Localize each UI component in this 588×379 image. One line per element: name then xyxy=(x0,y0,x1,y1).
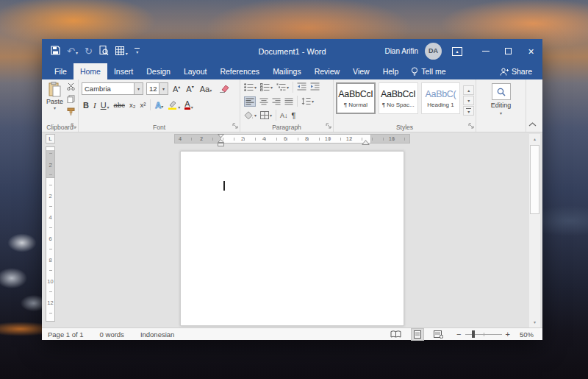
style-heading-1[interactable]: AaBbC( Heading 1 xyxy=(421,82,461,114)
customize-qat-button[interactable]: ▾ xyxy=(135,48,140,54)
print-preview-icon[interactable] xyxy=(99,46,109,57)
styles-dialog-launcher[interactable] xyxy=(468,121,474,130)
tab-stop-selector[interactable]: L xyxy=(46,134,55,144)
vertical-scrollbar[interactable]: ▴ ▾ xyxy=(529,134,540,327)
tab-help[interactable]: Help xyxy=(376,63,406,79)
format-painter-button[interactable] xyxy=(67,107,75,117)
avatar[interactable]: DA xyxy=(425,43,442,60)
right-indent-marker[interactable] xyxy=(362,138,370,147)
scrollbar-thumb[interactable] xyxy=(530,145,539,214)
cut-button[interactable] xyxy=(67,82,75,92)
ribbon-display-options-button[interactable]: ▴ xyxy=(452,47,462,56)
line-spacing-caret-icon: ▾ xyxy=(312,99,314,104)
show-hide-marks-button[interactable]: ¶ xyxy=(292,111,296,120)
tell-me-box[interactable]: Tell me xyxy=(405,63,451,79)
strikethrough-button[interactable]: abc xyxy=(114,101,125,109)
font-size-combo[interactable]: 12▾ xyxy=(146,82,168,95)
zoom-out-button[interactable]: − xyxy=(456,330,461,339)
vertical-ruler[interactable]: 2 2 4 6 8 10 12 xyxy=(46,146,55,322)
style-no-spacing[interactable]: AaBbCcI ¶ No Spac... xyxy=(379,82,418,114)
redo-icon[interactable]: ↻ xyxy=(85,46,93,56)
table-tool-button[interactable]: ▾ xyxy=(115,46,128,57)
shrink-font-button[interactable]: A▾ xyxy=(184,85,195,93)
align-right-button[interactable] xyxy=(272,98,281,105)
zoom-slider[interactable] xyxy=(465,334,502,335)
styles-scroll-up-button[interactable]: ▴ xyxy=(463,85,474,95)
scroll-up-button[interactable]: ▴ xyxy=(529,135,540,144)
font-color-button[interactable]: A▾ xyxy=(184,100,193,110)
change-case-button[interactable]: Aa▾ xyxy=(198,85,213,93)
word-count[interactable]: 0 words xyxy=(100,330,124,339)
numbering-button[interactable]: ▾ xyxy=(260,83,273,91)
bullets-button[interactable]: ▾ xyxy=(244,83,257,91)
increase-indent-button[interactable] xyxy=(310,82,320,92)
tab-home[interactable]: Home xyxy=(74,63,107,79)
scroll-down-button[interactable]: ▾ xyxy=(529,318,540,327)
maximize-button[interactable] xyxy=(497,39,520,63)
editing-caret-icon[interactable]: ▾ xyxy=(500,110,502,116)
title-bar-right: Dian Arifin DA ▴ × xyxy=(384,39,542,63)
ruler-number: 2 xyxy=(200,135,203,142)
font-dialog-launcher[interactable] xyxy=(232,121,238,130)
tab-view[interactable]: View xyxy=(346,63,376,79)
document-area[interactable]: 2 2 4 6 8 10 12 xyxy=(42,146,542,327)
borders-button[interactable]: ▾ xyxy=(260,111,272,119)
justify-button[interactable] xyxy=(284,98,293,105)
align-center-button[interactable] xyxy=(259,98,268,105)
font-name-combo[interactable]: Cambria▾ xyxy=(82,82,143,95)
share-button[interactable]: Share xyxy=(500,63,542,79)
underline-button[interactable]: U▾ xyxy=(101,101,110,110)
horizontal-ruler[interactable]: 4 2 2 4 6 8 10 12 16 xyxy=(174,134,410,144)
divider xyxy=(276,110,276,121)
style-normal[interactable]: AaBbCcI ¶ Normal xyxy=(336,82,376,114)
web-layout-button[interactable] xyxy=(434,330,443,339)
tab-insert[interactable]: Insert xyxy=(107,63,140,79)
print-layout-button[interactable] xyxy=(411,328,424,341)
indent-markers[interactable] xyxy=(217,134,225,150)
tab-references[interactable]: References xyxy=(213,63,266,79)
align-left-button[interactable] xyxy=(244,96,256,107)
paragraph-dialog-launcher[interactable] xyxy=(326,121,331,130)
clear-formatting-button[interactable] xyxy=(219,84,229,94)
document-page[interactable] xyxy=(180,151,404,326)
shading-button[interactable]: ▾ xyxy=(244,111,257,119)
bold-button[interactable]: B xyxy=(83,101,89,110)
user-name[interactable]: Dian Arifin xyxy=(384,47,418,55)
zoom-in-button[interactable]: + xyxy=(506,330,510,339)
superscript-button[interactable]: x² xyxy=(140,101,146,109)
text-effects-button[interactable]: A▾ xyxy=(155,101,163,110)
read-mode-button[interactable] xyxy=(390,330,401,338)
page-count[interactable]: Page 1 of 1 xyxy=(48,330,84,339)
italic-button[interactable]: I xyxy=(93,101,96,110)
collapse-ribbon-button[interactable] xyxy=(528,119,537,128)
save-icon[interactable] xyxy=(51,46,60,57)
minimize-button[interactable] xyxy=(474,39,497,63)
styles-more-button[interactable]: ▾ xyxy=(463,106,474,116)
numbering-caret-icon: ▾ xyxy=(270,85,273,90)
find-button[interactable] xyxy=(492,83,511,100)
tab-design[interactable]: Design xyxy=(140,63,177,79)
zoom-slider-handle[interactable] xyxy=(472,330,475,338)
language-indicator[interactable]: Indonesian xyxy=(140,330,174,339)
grow-font-button[interactable]: A▴ xyxy=(171,85,182,93)
font-name-caret-icon: ▾ xyxy=(134,83,143,94)
decrease-indent-button[interactable] xyxy=(297,82,306,92)
tab-mailings[interactable]: Mailings xyxy=(266,63,308,79)
subscript-button[interactable]: x₂ xyxy=(129,101,135,109)
clipboard-dialog-launcher[interactable] xyxy=(71,121,76,130)
lightbulb-icon xyxy=(411,67,418,76)
tab-review[interactable]: Review xyxy=(308,63,346,79)
sort-button[interactable]: A↓ xyxy=(280,112,288,119)
tab-file[interactable]: File xyxy=(48,63,74,79)
paragraph-group-label: Paragraph xyxy=(240,124,333,131)
line-spacing-button[interactable]: ▾ xyxy=(301,97,314,105)
copy-button[interactable] xyxy=(67,95,75,105)
close-button[interactable]: × xyxy=(520,39,542,63)
zoom-level[interactable]: 50% xyxy=(520,330,534,339)
paste-button[interactable]: Paste ▾ xyxy=(45,82,65,117)
multilevel-list-button[interactable]: ▾ xyxy=(276,83,289,91)
styles-scroll-down-button[interactable]: ▾ xyxy=(463,96,474,105)
undo-button[interactable]: ↶▾ xyxy=(67,46,78,56)
tab-layout[interactable]: Layout xyxy=(177,63,214,79)
text-highlight-button[interactable]: ▾ xyxy=(168,100,180,110)
